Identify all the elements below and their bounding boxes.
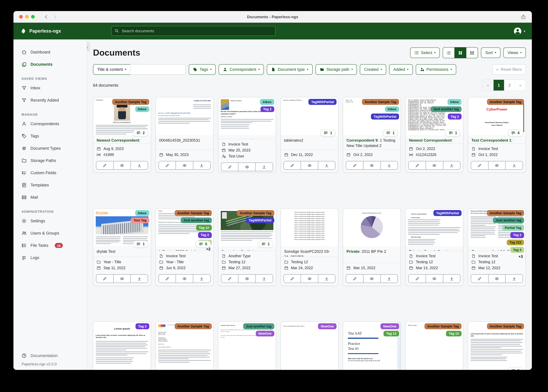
tag-badge[interactable]: TagWithPartial bbox=[433, 210, 461, 216]
grid-view-button[interactable] bbox=[454, 48, 466, 58]
tag-badge[interactable]: Tag 2 bbox=[136, 323, 149, 329]
tag-badge[interactable]: TagWithPartial bbox=[246, 217, 274, 223]
comment-count-badge[interactable]: 6 bbox=[195, 240, 211, 248]
sidebar-item-settings[interactable]: Settings bbox=[14, 215, 87, 227]
tag-badge[interactable]: Tag 222 bbox=[507, 239, 524, 245]
share-icon[interactable] bbox=[521, 14, 526, 19]
correspondent-name[interactable]: Correspondent 9 bbox=[346, 138, 378, 142]
document-card[interactable]: Francja pod rNAPOLEON BONAPARTEAnother S… bbox=[93, 97, 151, 173]
brand-name[interactable]: Paperless-ngx bbox=[29, 28, 61, 34]
document-title[interactable]: Private: French Country Bread Revised.do… bbox=[406, 246, 463, 251]
tag-badge[interactable]: NewOne bbox=[318, 323, 337, 329]
tag-badge[interactable]: Another Sample Tag bbox=[425, 323, 461, 329]
document-title[interactable]: Private: 2011 BP Pie 2 bbox=[343, 246, 401, 263]
sidebar-item-tags[interactable]: Tags bbox=[14, 130, 87, 142]
filter-button-permissions[interactable]: Permissions▾ bbox=[416, 64, 456, 75]
comment-count-badge[interactable]: 1 bbox=[383, 129, 398, 137]
views-button[interactable]: Views▾ bbox=[503, 48, 526, 58]
edit-button[interactable] bbox=[346, 275, 363, 283]
document-card[interactable]: AdobeInDesign Scripting DocumentationAno… bbox=[156, 208, 214, 286]
document-card[interactable]: The SATPracticeTest #1Make time to take … bbox=[343, 322, 401, 370]
tag-badge[interactable]: Another Sample Tag bbox=[237, 210, 274, 216]
tag-badge[interactable]: Another Sample Tag bbox=[487, 99, 524, 105]
sidebar-item-custom-fields[interactable]: Custom Fields bbox=[14, 167, 87, 179]
sidebar-item-document-types[interactable]: Document Types bbox=[14, 142, 87, 154]
download-button[interactable] bbox=[443, 275, 460, 283]
sidebar-item-mail[interactable]: Mail bbox=[14, 191, 87, 203]
tag-badge[interactable]: Inbox bbox=[447, 99, 462, 105]
pagination-page-1[interactable]: 1 bbox=[493, 80, 504, 91]
view-button[interactable] bbox=[301, 275, 318, 283]
sidebar-item-templates[interactable]: Templates bbox=[14, 179, 87, 191]
document-card[interactable]: DrylabInboxTest Tag1drylab TestYear - Ti… bbox=[93, 208, 151, 286]
comment-count-badge[interactable]: 1 bbox=[445, 129, 461, 137]
document-card[interactable]: Another Sample TagTagWithPartial12sample… bbox=[218, 208, 276, 286]
edit-button[interactable] bbox=[221, 275, 238, 283]
tag-badge[interactable]: Just another tag bbox=[493, 217, 524, 223]
sidebar-item-documents[interactable]: Documents bbox=[14, 58, 87, 70]
select-button[interactable]: Select▾ bbox=[410, 48, 440, 58]
download-button[interactable] bbox=[255, 163, 273, 171]
sidebar-item-dashboard[interactable]: Dashboard bbox=[14, 46, 87, 58]
download-button[interactable] bbox=[318, 275, 335, 283]
view-button[interactable] bbox=[113, 275, 130, 283]
tag-badge[interactable]: Another Sample Tag bbox=[487, 323, 524, 329]
document-card[interactable]: Contact Sheet DemoGiven a set of image f… bbox=[218, 322, 276, 370]
title-content-input[interactable] bbox=[130, 64, 186, 75]
document-thumbnail[interactable]: ✳ BANK OF SCOTLAND2,0 % p. a. auf Ihr Ta… bbox=[156, 98, 213, 135]
document-card[interactable]: CyberPowerPowerPanel® Business EditionUs… bbox=[468, 97, 526, 173]
tag-badge[interactable]: NewOne bbox=[381, 323, 399, 329]
view-button[interactable] bbox=[363, 161, 380, 169]
sort-button[interactable]: Sort▾ bbox=[481, 48, 500, 58]
tag-badge[interactable]: Tag 2 bbox=[260, 106, 274, 112]
correspondent-name[interactable]: Test Correspondent 1 bbox=[471, 138, 511, 142]
tag-badge[interactable]: Another Sample Tag bbox=[174, 323, 212, 329]
tag-badge[interactable]: Tag 2 bbox=[448, 114, 461, 119]
document-card[interactable]: Serial Number,Company Name,Employe978818… bbox=[405, 97, 463, 173]
download-button[interactable] bbox=[193, 161, 210, 169]
edit-button[interactable] bbox=[159, 161, 176, 169]
tag-badge[interactable]: Tag 12 bbox=[446, 331, 461, 336]
edit-button[interactable] bbox=[471, 275, 488, 283]
download-button[interactable] bbox=[505, 161, 523, 169]
detail-view-button[interactable] bbox=[466, 48, 478, 58]
edit-button[interactable] bbox=[471, 161, 488, 169]
forward-icon[interactable] bbox=[52, 14, 58, 19]
document-card[interactable]: one,1.0five,5.0Another Sample TagInboxTa… bbox=[343, 97, 401, 173]
view-button[interactable] bbox=[488, 161, 505, 169]
tag-badge[interactable]: Tag 12 bbox=[196, 225, 212, 231]
user-menu[interactable]: ▾ bbox=[514, 27, 525, 35]
view-button[interactable] bbox=[238, 275, 255, 283]
sidebar-item-correspondents[interactable]: Correspondents bbox=[14, 118, 87, 130]
tag-badge[interactable]: Partial Tag bbox=[502, 225, 524, 231]
document-card[interactable]: French Country BreadFor the LeavenMake t… bbox=[405, 208, 463, 286]
tag-badge[interactable]: Tag 3 bbox=[510, 247, 524, 253]
document-card[interactable]: Lorem ipsumLorem ipsum dolor sit amet, c… bbox=[468, 322, 526, 370]
edit-button[interactable] bbox=[284, 275, 301, 283]
view-button[interactable] bbox=[113, 161, 130, 169]
tag-badge[interactable]: Tag 12 bbox=[384, 331, 399, 336]
edit-button[interactable] bbox=[96, 161, 113, 169]
tag-badge[interactable]: TagWithPartial bbox=[371, 114, 399, 119]
edit-button[interactable] bbox=[221, 163, 238, 171]
view-button[interactable] bbox=[176, 161, 193, 169]
document-card[interactable]: Country,Region/State,TagWithPartial1tabl… bbox=[281, 97, 339, 173]
tag-badge[interactable]: Another Sample Tag bbox=[174, 210, 212, 216]
document-title[interactable]: tablerates2 bbox=[281, 135, 338, 149]
edit-button[interactable] bbox=[96, 275, 113, 283]
download-button[interactable] bbox=[380, 275, 397, 283]
download-button[interactable] bbox=[318, 161, 335, 169]
comment-count-badge[interactable]: 2 bbox=[133, 129, 148, 137]
sidebar-item-storage-paths[interactable]: Storage Paths bbox=[14, 154, 87, 167]
tag-badge[interactable]: Another Sample Tag bbox=[487, 210, 524, 216]
document-title[interactable]: 0004814539_20230531 bbox=[156, 135, 213, 149]
view-button[interactable] bbox=[426, 275, 443, 283]
comment-count-badge[interactable]: 1 bbox=[133, 240, 148, 248]
sidebar-item-inbox[interactable]: Inbox bbox=[14, 82, 87, 94]
sidebar-item-users-groups[interactable]: Users & Groups bbox=[14, 227, 87, 239]
tag-badge[interactable]: TagWithPartial bbox=[309, 99, 337, 105]
document-card[interactable]: Test Name123-456-7890January 2, 2022July… bbox=[156, 322, 214, 370]
document-title[interactable]: Sonstige ScanPC2022 03-24_081058 bbox=[281, 246, 338, 257]
edit-button[interactable] bbox=[346, 161, 363, 169]
document-title[interactable]: drylab Test bbox=[93, 246, 151, 257]
